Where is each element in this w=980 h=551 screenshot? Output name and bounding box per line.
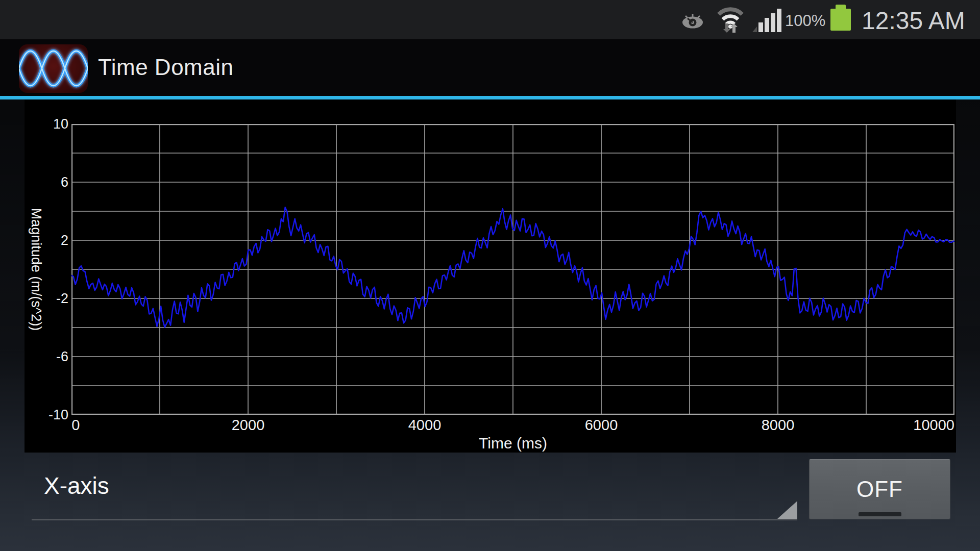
status-bar: 100% 12:35 AM [0,0,980,39]
plot-area [71,124,954,415]
sine-waves-icon [19,51,88,86]
y-tick-label: 6 [24,174,68,190]
battery-percent-text: 100% [785,12,825,30]
wifi-icon [717,5,744,33]
battery-icon [830,9,851,31]
clock-text: 12:35 AM [862,7,965,35]
content-area: 1062-2-6-10 0200040006000800010000 Time … [0,99,980,551]
page-title: Time Domain [98,55,233,80]
toggle-label: OFF [856,477,903,502]
x-tick-label: 2000 [232,417,265,434]
spinner-underline [32,519,797,520]
action-bar: Time Domain [0,39,980,96]
signal-strength-icon [752,8,781,32]
spinner-selected-value: X-axis [44,472,109,499]
x-tick-label: 6000 [585,417,618,434]
y-tick-label: -6 [24,349,68,365]
x-tick-label: 0 [71,417,80,434]
x-axis-title: Time (ms) [479,435,547,452]
y-axis-title: Magnitude (m/(s^2)) [28,208,44,331]
sensor-toggle-button[interactable]: OFF [809,459,950,519]
spinner-dropdown-triangle-icon [777,501,797,519]
y-tick-label: 10 [24,116,68,132]
app-launcher-icon [19,44,88,93]
x-tick-label: 10000 [913,417,954,434]
time-domain-chart: 1062-2-6-10 0200040006000800010000 Time … [24,99,956,453]
x-axis-spinner[interactable]: X-axis [32,467,797,520]
smart-stay-eye-icon [681,11,704,29]
y-tick-label: -10 [24,407,68,423]
x-tick-label: 8000 [762,417,795,434]
actionbar-accent-divider [0,96,980,99]
x-tick-label: 4000 [408,417,442,434]
toggle-state-indicator [859,512,901,516]
